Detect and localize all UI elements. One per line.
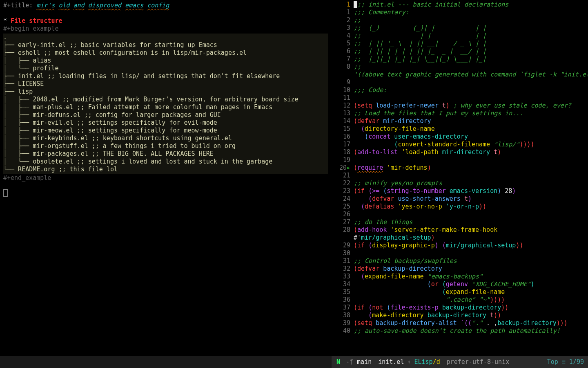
org-title-line: #+title: mir's old and disproved emacs c… <box>3 2 328 9</box>
code-line[interactable]: 28(add-hook 'server-after-make-frame-hoo… <box>332 226 588 234</box>
code-line[interactable]: 32(defvar backup-directory <box>332 265 588 273</box>
code-line[interactable]: 10;;; Code: <box>332 86 588 94</box>
code-line[interactable]: 9 <box>332 79 588 86</box>
code-line[interactable]: 27;; do the things <box>332 218 588 226</box>
modeline-left <box>0 356 332 368</box>
code-line[interactable]: 38 (make-directory backup-directory t)) <box>332 312 588 319</box>
code-line[interactable]: 25 (defalias 'yes-or-no-p 'y-or-n-p)) <box>332 203 588 211</box>
code-line[interactable]: 31;; Control backups/swapfiles <box>332 257 588 265</box>
evil-state: N <box>334 358 343 366</box>
code-line[interactable]: 39(setq backup-directory-alist `(("." . … <box>332 319 588 327</box>
cursor-left <box>3 189 8 197</box>
title-keyword: #+title: <box>3 2 33 9</box>
code-line[interactable]: 30 <box>332 249 588 257</box>
code-line[interactable]: 37(if (not (file-exists-p backup-directo… <box>332 304 588 312</box>
vc-branch: -ᛘ main <box>343 358 375 366</box>
code-line[interactable]: 14(defvar mir-directory <box>332 117 588 125</box>
code-line[interactable]: 16 (concat user-emacs-directory <box>332 133 588 141</box>
section-heading: * File structure <box>3 17 328 25</box>
code-line[interactable]: 7;; |_||_| |_| |_| \__|(_) \___| |_| <box>332 55 588 63</box>
code-line[interactable]: 34 (or (getenv "XDG_CACHE_HOME") <box>332 280 588 288</box>
code-line[interactable]: 13;; Load the files that I put my settin… <box>332 110 588 117</box>
code-line[interactable]: 11 <box>332 94 588 102</box>
encoding: prefer-utf-8-unix <box>443 358 513 366</box>
modeline: N -ᛘ main init.el ‹ ELisp/d prefer-utf-8… <box>0 356 588 368</box>
code-line[interactable]: 8;; <box>332 63 588 71</box>
code-line[interactable]: 18(add-to-list 'load-path mir-directory … <box>332 148 588 156</box>
code-line[interactable]: 35 (expand-file-name <box>332 288 588 296</box>
code-line[interactable]: 40;; auto-save-mode doesn't create the p… <box>332 327 588 335</box>
major-mode: ELisp/d <box>411 358 443 366</box>
code-line[interactable]: 26 <box>332 211 588 218</box>
code-buffer[interactable]: 1;; init.el --- basic initial declaratio… <box>332 1 588 335</box>
code-line[interactable]: 5;; | || '_ \ | || __| / _ \ | | <box>332 40 588 47</box>
code-line[interactable]: 36 ".cache" "~")))) <box>332 296 588 304</box>
right-pane[interactable]: 1;; init.el --- basic initial declaratio… <box>332 0 588 356</box>
position: Top ≡ 1/99 <box>547 358 588 366</box>
begin-example: #+begin_example <box>3 25 328 33</box>
buffer-name: init.el <box>375 358 407 366</box>
code-line[interactable]: 19 <box>332 156 588 164</box>
modeline-right: N -ᛘ main init.el ‹ ELisp/d prefer-utf-8… <box>332 356 588 368</box>
code-line[interactable]: 1;;; Commentary: <box>332 9 588 16</box>
code-line[interactable]: 21 <box>332 172 588 180</box>
end-example: #+end_example <box>3 174 328 182</box>
code-line[interactable]: 6;; | || | | | | || |_ _ | __/ | | <box>332 47 588 55</box>
code-line[interactable]: 1;; init.el --- basic initial declaratio… <box>332 1 588 9</box>
code-line[interactable]: 29(if (display-graphic-p) (mir/graphical… <box>332 242 588 249</box>
code-line[interactable]: 12(setq load-prefer-newer t) ; why ever … <box>332 102 588 110</box>
code-line[interactable]: 15 (directory-file-name <box>332 125 588 133</box>
cursor <box>354 1 357 8</box>
code-line[interactable]: 23(if (>= (string-to-number emacs-versio… <box>332 187 588 195</box>
code-line[interactable]: 22;; minify yes/no prompts <box>332 180 588 187</box>
code-line[interactable]: 24 (defvar use-short-answers t) <box>332 195 588 203</box>
code-line[interactable]: 33 (expand-file-name "emacs-backups" <box>332 273 588 280</box>
left-pane[interactable]: #+title: mir's old and disproved emacs c… <box>0 0 332 356</box>
code-line[interactable]: 4;; _ _ __ _ | |_ ___ | | <box>332 32 588 40</box>
code-line[interactable]: 3;; (_) (_)| | | | <box>332 24 588 32</box>
file-tree: . ├── early-init.el ;; basic variables f… <box>3 34 328 174</box>
code-line[interactable]: 17 (convert-standard-filename "lisp/")))… <box>332 141 588 148</box>
code-line[interactable]: 2;; <box>332 16 588 24</box>
code-line[interactable]: 20▸(require 'mir-defuns) <box>332 164 588 172</box>
